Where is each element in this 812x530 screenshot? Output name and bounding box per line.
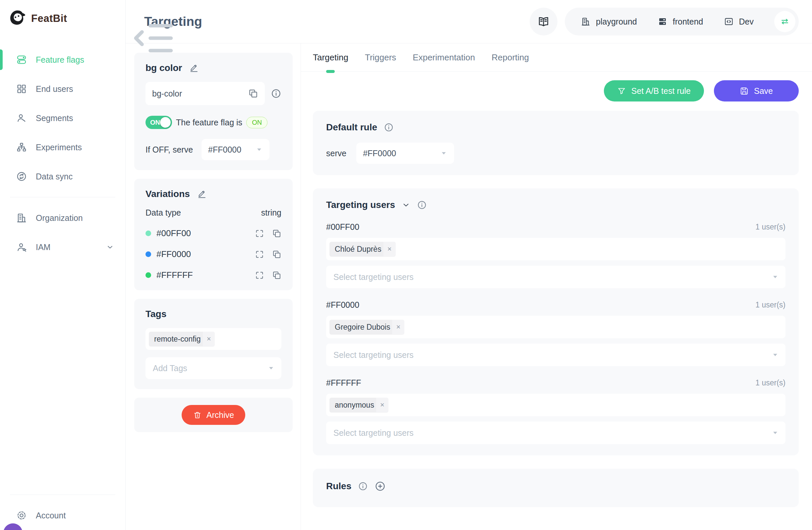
experiments-icon xyxy=(16,142,27,153)
segments-icon xyxy=(16,112,27,124)
set-ab-test-rule-button[interactable]: Set A/B test rule xyxy=(604,80,704,101)
active-indicator xyxy=(0,50,3,70)
page-header: Targeting playground frontend xyxy=(126,0,812,43)
group-user-count: 1 user(s) xyxy=(755,301,785,309)
targeting-group: #FFFFFF 1 user(s) anonymous × xyxy=(326,378,785,444)
remove-user-icon[interactable]: × xyxy=(376,398,389,412)
info-icon[interactable] xyxy=(417,200,427,210)
tags-field[interactable]: remote-config × xyxy=(145,328,281,350)
sidebar-item-label: Account xyxy=(36,511,66,520)
swap-arrows-icon xyxy=(780,17,790,27)
rules-title: Rules xyxy=(326,481,351,491)
copy-icon[interactable] xyxy=(272,250,281,259)
sidebar-item-label: Feature flags xyxy=(36,55,84,65)
sidebar-item-data-sync[interactable]: Data sync xyxy=(0,162,125,191)
sidebar-divider xyxy=(10,197,115,197)
collapse-sidebar-button[interactable] xyxy=(105,13,115,24)
expand-icon[interactable] xyxy=(255,271,264,280)
remove-user-icon[interactable]: × xyxy=(383,242,396,256)
archive-button[interactable]: Archive xyxy=(182,405,245,425)
off-serve-label: If OFF, serve xyxy=(145,145,193,155)
sidebar-item-experiments[interactable]: Experiments xyxy=(0,132,125,162)
copy-icon[interactable] xyxy=(272,229,281,238)
variation-value: #00FF00 xyxy=(157,228,191,238)
targeting-users-panel: Targeting users #00FF00 1 user(s) xyxy=(313,189,799,455)
sidebar-item-label: End users xyxy=(36,84,73,94)
tab-experimentation[interactable]: Experimentation xyxy=(412,43,475,71)
copy-icon[interactable] xyxy=(248,88,258,98)
sidebar-item-end-users[interactable]: End users xyxy=(0,74,125,103)
sidebar-item-label: Experiments xyxy=(36,143,82,152)
select-targeting-users[interactable] xyxy=(326,344,785,366)
tab-targeting[interactable]: Targeting xyxy=(313,43,348,71)
switch-environment-button[interactable] xyxy=(774,11,795,32)
expand-icon[interactable] xyxy=(255,250,264,259)
flag-toggle[interactable]: ON xyxy=(145,116,172,129)
env-selector[interactable]: Dev xyxy=(724,17,754,27)
funnel-icon xyxy=(617,86,626,96)
add-tags-select[interactable] xyxy=(145,357,281,379)
default-serve-select[interactable]: #FF0000 xyxy=(356,143,454,164)
save-button[interactable]: Save xyxy=(714,80,799,101)
off-serve-value: #FF0000 xyxy=(208,145,241,155)
selected-users-field[interactable]: Gregoire Dubois × xyxy=(326,316,785,338)
ab-rule-label: Set A/B test rule xyxy=(632,86,691,96)
add-tags-input[interactable] xyxy=(152,363,267,374)
off-serve-select[interactable]: #FF0000 xyxy=(202,139,270,160)
save-floppy-icon xyxy=(740,86,749,96)
service-selector[interactable]: frontend xyxy=(657,17,703,27)
selected-users-field[interactable]: anonymous × xyxy=(326,394,785,416)
select-targeting-users[interactable] xyxy=(326,266,785,288)
expand-icon[interactable] xyxy=(255,229,264,238)
data-sync-icon xyxy=(16,171,27,182)
sidebar-item-feature-flags[interactable]: Feature flags xyxy=(0,45,125,74)
select-targeting-users[interactable] xyxy=(326,421,785,444)
info-icon[interactable] xyxy=(271,88,281,99)
project-selector[interactable]: playground xyxy=(581,17,637,27)
copy-icon[interactable] xyxy=(272,271,281,280)
variation-row: #00FF00 xyxy=(145,228,281,238)
logo-row: FeatBit xyxy=(0,0,125,37)
targeting-users-input[interactable] xyxy=(333,350,771,360)
variation-row: #FF0000 xyxy=(145,249,281,259)
caret-down-icon xyxy=(771,351,779,359)
chevron-down-icon[interactable] xyxy=(402,201,410,209)
flag-status-text: The feature flag is xyxy=(176,118,242,127)
status-badge: ON xyxy=(246,117,267,128)
flag-key-field[interactable]: bg-color xyxy=(145,82,265,105)
remove-tag-icon[interactable]: × xyxy=(203,332,215,346)
rules-panel: Rules xyxy=(313,469,799,507)
caret-down-icon xyxy=(771,429,779,436)
tab-triggers[interactable]: Triggers xyxy=(365,43,396,71)
flag-info-card: bg color bg-color ON xyxy=(134,53,293,170)
info-icon[interactable] xyxy=(384,122,394,132)
feature-flags-icon xyxy=(16,54,27,65)
targeting-users-input[interactable] xyxy=(333,428,771,438)
docs-button[interactable] xyxy=(530,8,557,36)
tab-reporting[interactable]: Reporting xyxy=(492,43,529,71)
variation-value: #FF0000 xyxy=(157,249,191,259)
edit-pencil-icon[interactable] xyxy=(197,190,206,199)
sidebar-item-organization[interactable]: Organization xyxy=(0,203,125,233)
selected-users-field[interactable]: Chloé Duprès × xyxy=(326,238,785,260)
sidebar-item-label: IAM xyxy=(36,242,50,252)
targeting-users-input[interactable] xyxy=(333,272,771,282)
archive-card: Archive xyxy=(134,398,293,432)
edit-pencil-icon[interactable] xyxy=(189,64,199,73)
info-icon[interactable] xyxy=(358,481,368,491)
user-chip: Chloé Duprès × xyxy=(330,242,396,257)
add-rule-icon[interactable] xyxy=(375,480,386,492)
environment-switcher[interactable]: playground frontend Dev xyxy=(565,8,799,36)
remove-user-icon[interactable]: × xyxy=(392,320,404,334)
flag-name: bg color xyxy=(145,63,182,73)
sidebar-item-segments[interactable]: Segments xyxy=(0,103,125,132)
chevron-down-icon xyxy=(106,243,114,251)
variations-card: Variations Data type string #00FF00 xyxy=(134,179,293,290)
user-chip: anonymous × xyxy=(330,398,389,413)
archive-label: Archive xyxy=(206,410,234,420)
server-icon xyxy=(657,17,667,27)
sidebar-item-iam[interactable]: IAM xyxy=(0,233,125,262)
code-window-icon xyxy=(724,17,734,27)
caret-down-icon xyxy=(771,273,779,281)
app-root: FeatBit Feature flags End users Segments xyxy=(0,0,812,530)
